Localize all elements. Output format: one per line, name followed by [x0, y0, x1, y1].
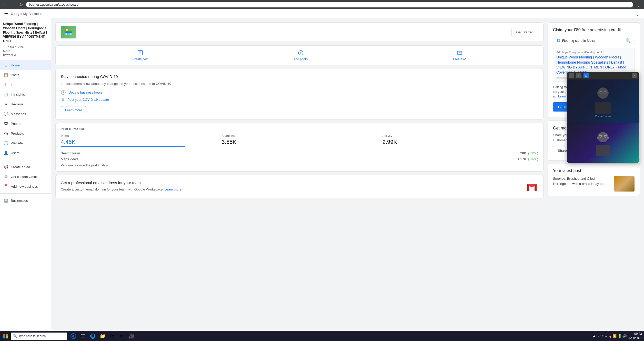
- ad-credit-title: Claim your £80 free advertising credit: [553, 28, 635, 32]
- grid-icon[interactable]: ⋮: [635, 11, 640, 16]
- nav-label-insights: Il Insights: [11, 93, 25, 96]
- taskbar-app-edge[interactable]: 🌐: [88, 332, 97, 341]
- add-photo-icon: [298, 50, 304, 56]
- nav-item-custom-gmail[interactable]: ✉ Get custom Gmail: [0, 172, 51, 182]
- home-icon: ⊞: [4, 63, 8, 67]
- create-post-button[interactable]: Create post: [132, 50, 148, 61]
- nav-item-add-business[interactable]: 📍 Add new business: [0, 182, 51, 191]
- sidebar: Unique Wood Flooring | Wooden Floors | H…: [0, 18, 51, 331]
- create-ad-button[interactable]: Create ad: [453, 50, 467, 61]
- taskbar-app-cortana[interactable]: [69, 332, 78, 341]
- taskbar-app-task-view[interactable]: [78, 332, 88, 341]
- taskbar-search[interactable]: 🔍 Type here to search: [11, 333, 67, 340]
- email-description: Create a custom email domain for your te…: [61, 187, 522, 192]
- business-info: Unique Wood Flooring | Wooden Floors | H…: [0, 18, 51, 60]
- nav-item-info[interactable]: ℹ Info: [0, 80, 51, 89]
- computer-icon: 🖥: [61, 97, 65, 102]
- email-learn-more-link[interactable]: Learn more: [164, 187, 181, 191]
- task-view-icon: [80, 334, 86, 339]
- nav-item-messages[interactable]: 💬 Messages: [0, 109, 51, 119]
- browser-topbar: ← → ↻ business.google.com/u/1/dashboard …: [0, 0, 644, 9]
- add-business-icon: 📍: [4, 184, 8, 189]
- activity-value: 2.99K: [383, 139, 538, 145]
- views-label: Views: [61, 134, 216, 138]
- taskbar-app-mail[interactable]: ✉: [117, 332, 127, 341]
- ad-learn-more-link[interactable]: Learn: [558, 95, 566, 98]
- ad-badge: Ad · https://uniquewoodflooring.co.uk/: [556, 51, 631, 54]
- get-started-banner: 🏪 Get Started: [55, 22, 544, 42]
- battery-icon[interactable]: 🔋: [618, 334, 622, 338]
- nav-item-website[interactable]: 🌐 Website: [0, 138, 51, 148]
- covid-card: Stay connected during COVID-19 Let custo…: [55, 69, 544, 119]
- list-view-icon[interactable]: ≡: [576, 73, 581, 78]
- browser-forward-button[interactable]: →: [10, 1, 16, 8]
- video-toolbar: — ≡ ⊞ ⤢: [567, 72, 639, 79]
- taskbar-clock[interactable]: 09:23 25/08/2021: [628, 332, 642, 340]
- activity-metric: Activity 2.99K: [383, 134, 538, 147]
- nav-item-insights[interactable]: 📊 Il Insights: [0, 89, 51, 99]
- grid-view-icon[interactable]: ⊞: [583, 73, 589, 78]
- network-icon[interactable]: 🔼: [612, 334, 617, 338]
- create-post-icon: [137, 50, 143, 56]
- nav-item-users[interactable]: 👤 Users: [0, 148, 51, 158]
- video-person-1: Person 1 video: [567, 79, 639, 123]
- views-underline: [61, 146, 185, 147]
- volume-icon[interactable]: 🔊: [623, 334, 627, 338]
- video-stream-1: Person 1 video: [567, 79, 639, 123]
- nav-item-create-ad[interactable]: 📢 Create an ad: [0, 162, 51, 172]
- activity-label: Activity: [383, 134, 538, 138]
- browser-refresh-button[interactable]: ↻: [18, 1, 24, 8]
- searches-label: Searches: [222, 134, 377, 138]
- search-views-row: Search views 3.28K (+34%): [61, 151, 538, 155]
- taskbar-apps: 🌐 📁 🛍 ✉ 🎥: [69, 332, 136, 341]
- fullscreen-icon[interactable]: ⤢: [632, 73, 637, 78]
- nav-label-home: Home: [11, 63, 20, 67]
- browser-menu-button[interactable]: ⋮: [635, 1, 642, 8]
- update-hours-link[interactable]: 🕐 Update business hours: [61, 90, 538, 95]
- nav-label-products: Products: [11, 132, 24, 135]
- app-header: ☰ Google My Business ⋮: [0, 9, 644, 18]
- taskbar-weather: 🌤 17°C Sunny: [592, 335, 611, 338]
- main-navigation: ⊞ Home 📋 Posts ℹ Info 📊 Il Insights ★ Re…: [0, 60, 51, 158]
- svg-rect-24: [6, 336, 8, 338]
- start-button[interactable]: [1, 332, 10, 341]
- create-ad-icon: [457, 50, 463, 56]
- learn-more-button[interactable]: Learn more: [61, 106, 86, 114]
- business-name: Unique Wood Flooring | Wooden Floors | H…: [3, 22, 48, 43]
- taskbar-system-icons: 🔼 🔋 🔊: [612, 334, 627, 338]
- nav-label-messages: Messages: [11, 112, 26, 116]
- sun-icon: 🌤: [592, 335, 595, 338]
- get-started-button[interactable]: Get Started: [511, 28, 538, 36]
- person1-silhouette: Person 1 video: [593, 85, 613, 117]
- video-overlay: — ≡ ⊞ ⤢ Person 1 video: [567, 72, 639, 163]
- search-icon: 🔍: [626, 38, 631, 43]
- nav-item-products[interactable]: 🛍 Products: [0, 128, 51, 138]
- nav-label-custom-gmail: Get custom Gmail: [11, 175, 37, 179]
- svg-rect-21: [3, 334, 5, 336]
- covid-update-link[interactable]: 🖥 Post your COVID-19 update: [61, 97, 538, 102]
- nav-item-reviews[interactable]: ★ Reviews: [0, 99, 51, 109]
- custom-gmail-icon: ✉: [4, 174, 8, 179]
- nav-item-posts[interactable]: 📋 Posts: [0, 70, 51, 80]
- email-title: Get a professional email address for you…: [61, 180, 522, 185]
- nav-label-posts: Posts: [11, 73, 19, 77]
- browser-url-bar[interactable]: business.google.com/u/1/dashboard: [26, 2, 633, 7]
- maps-views-row: Maps views 1.17K (+99%): [61, 157, 538, 161]
- taskbar-right: 🌤 17°C Sunny 🔼 🔋 🔊 09:23 25/08/2021: [592, 332, 643, 340]
- taskbar-app-explorer[interactable]: 📁: [98, 332, 107, 341]
- nav-item-photos[interactable]: 🖼 Photos: [0, 119, 51, 128]
- add-photo-button[interactable]: Add photo: [294, 50, 308, 61]
- posts-icon: 📋: [4, 73, 8, 77]
- taskbar-app-store[interactable]: 🛍: [108, 332, 117, 341]
- taskbar-app-zoom[interactable]: 🎥: [127, 332, 136, 341]
- latest-post-title: Your latest post: [553, 168, 635, 173]
- performance-label: PERFORMANCE: [61, 127, 538, 131]
- minimize-icon[interactable]: —: [569, 73, 574, 78]
- google-g-icon: G: [557, 38, 560, 43]
- nav-item-home[interactable]: ⊞ Home: [0, 60, 51, 70]
- nav-label-info: Info: [11, 83, 16, 87]
- messages-icon: 💬: [4, 112, 8, 116]
- nav-item-businesses[interactable]: 🏢 Businesses: [0, 196, 51, 205]
- browser-back-button[interactable]: ←: [2, 1, 8, 8]
- hamburger-icon[interactable]: ☰: [4, 11, 8, 16]
